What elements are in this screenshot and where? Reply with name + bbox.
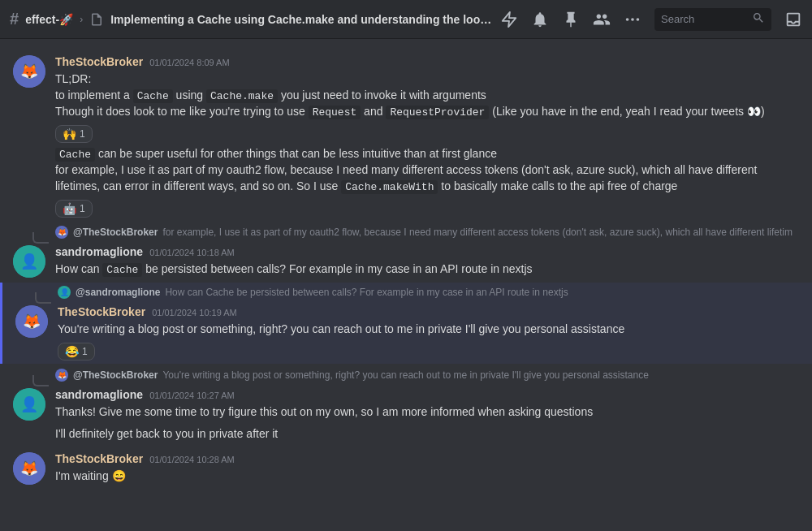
message-header: TheStockBroker 01/01/2024 8:09 AM: [55, 55, 799, 68]
inbox-icon[interactable]: [784, 11, 802, 28]
reaction-emoji: 🤖: [63, 202, 76, 215]
search-bar[interactable]: Search: [654, 8, 771, 31]
reactions-row: 🙌 1: [55, 120, 799, 143]
reply-avatar: 👤: [58, 286, 71, 299]
reply-preview: 🦊 @TheStockBroker You're writing a blog …: [55, 369, 799, 383]
more-icon[interactable]: [624, 11, 641, 28]
message-group: 👤 sandromaglione 01/01/2024 10:18 AM How…: [0, 244, 812, 281]
username[interactable]: sandromaglione: [55, 388, 143, 401]
message-text: TL;DR:: [55, 71, 799, 88]
username[interactable]: sandromaglione: [55, 245, 143, 258]
reply-username: @TheStockBroker: [73, 369, 158, 381]
svg-text:👤: 👤: [20, 395, 39, 413]
timestamp: 01/01/2024 10:19 AM: [152, 308, 237, 317]
boost-icon[interactable]: [500, 11, 518, 28]
message-group: 🦊 TheStockBroker 01/01/2024 8:09 AM TL;D…: [0, 52, 812, 221]
svg-marker-0: [503, 11, 516, 26]
topbar-channel-title: Implementing a Cache using Cache.make an…: [110, 13, 494, 26]
message-text: Cache can be super useful for other thin…: [55, 146, 799, 162]
reply-thread-highlighted: 👤 @sandromaglione How can Cache be persi…: [0, 283, 812, 304]
reactions-row: 😂 1: [58, 338, 799, 360]
avatar: 👤: [13, 388, 45, 421]
svg-text:🦊: 🦊: [20, 460, 39, 477]
reply-line-container: [15, 286, 58, 304]
members-icon[interactable]: [593, 11, 611, 28]
message-group: 🦊 TheStockBroker 01/01/2024 10:28 AM I'm…: [0, 449, 812, 488]
username[interactable]: TheStockBroker: [55, 452, 143, 465]
reply-line-container: [13, 226, 55, 244]
message-text: You're writing a blog post or something,…: [58, 322, 799, 338]
reply-thread: 🦊 @TheStockBroker for example, I use it …: [0, 222, 812, 244]
pin-icon[interactable]: [562, 11, 580, 28]
reaction-count: 1: [80, 128, 85, 140]
topbar-hash: #: [10, 10, 19, 28]
reply-avatar: 🦊: [55, 369, 68, 382]
username[interactable]: TheStockBroker: [55, 55, 143, 68]
reply-corner: [32, 232, 49, 244]
bell-icon[interactable]: [531, 11, 549, 28]
avatar-image: 🦊: [15, 305, 48, 338]
reply-preview: 🦊 @TheStockBroker for example, I use it …: [55, 226, 799, 240]
reply-avatar: 🦊: [55, 226, 68, 239]
svg-text:🦊: 🦊: [23, 313, 41, 330]
message-header: sandromaglione 01/01/2024 10:18 AM: [55, 245, 799, 258]
reply-text: How can Cache be persisted between calls…: [165, 287, 568, 298]
svg-text:👤: 👤: [20, 253, 39, 270]
reply-corner: [32, 375, 49, 386]
topbar-server-name[interactable]: effect-🚀: [25, 13, 73, 26]
reaction-button[interactable]: 🤖 1: [55, 200, 93, 218]
svg-point-1: [626, 18, 629, 21]
topbar: # effect-🚀 › Implementing a Cache using …: [0, 0, 812, 39]
message-content: TheStockBroker 01/01/2024 10:28 AM I'm w…: [55, 452, 799, 485]
reply-text: You're writing a blog post or something,…: [162, 369, 648, 381]
message-content: TheStockBroker 01/01/2024 8:09 AM TL;DR:…: [55, 55, 799, 218]
reply-thread: 🦊 @TheStockBroker You're writing a blog …: [0, 365, 812, 386]
reply-preview: 👤 @sandromaglione How can Cache be persi…: [58, 286, 799, 300]
topbar-chevron: ›: [80, 14, 83, 25]
timestamp: 01/01/2024 10:18 AM: [149, 248, 235, 257]
avatar: 🦊: [13, 452, 45, 485]
reaction-count: 1: [82, 346, 88, 357]
reaction-emoji: 🙌: [63, 127, 76, 140]
avatar-image: 🦊: [13, 452, 45, 485]
reply-corner: [35, 292, 51, 304]
document-icon: [89, 12, 104, 27]
reaction-button[interactable]: 😂 1: [58, 343, 95, 360]
search-placeholder: Search: [661, 13, 694, 25]
avatar-image: 👤: [13, 245, 45, 278]
reaction-count: 1: [80, 203, 85, 214]
timestamp: 01/01/2024 10:27 AM: [149, 391, 235, 400]
message-text: I'm waiting 😄: [55, 468, 799, 485]
message-group: 👤 sandromaglione 01/01/2024 10:27 AM Tha…: [0, 386, 812, 446]
avatar: 👤: [13, 245, 45, 278]
avatar-image: 🦊: [13, 55, 45, 88]
reply-text: for example, I use it as part of my oaut…: [162, 227, 793, 238]
message-header: TheStockBroker 01/01/2024 10:19 AM: [58, 305, 799, 318]
avatar-image: 👤: [13, 388, 45, 421]
timestamp: 01/01/2024 8:09 AM: [149, 58, 229, 67]
reaction-button[interactable]: 🙌 1: [55, 125, 93, 143]
svg-point-2: [631, 18, 634, 21]
avatar: 🦊: [13, 55, 45, 88]
username[interactable]: TheStockBroker: [58, 305, 145, 318]
message-header: sandromaglione 01/01/2024 10:27 AM: [55, 388, 799, 401]
message-content: TheStockBroker 01/01/2024 10:19 AM You'r…: [58, 305, 799, 360]
reaction-emoji: 😂: [65, 345, 79, 358]
message-text: to implement a Cache using Cache.make yo…: [55, 88, 799, 104]
reply-username: @sandromaglione: [76, 287, 160, 298]
svg-text:🦊: 🦊: [20, 63, 39, 80]
avatar: 🦊: [15, 305, 48, 338]
message-text: Thanks! Give me some time to try figure …: [55, 404, 799, 421]
timestamp: 01/01/2024 10:28 AM: [149, 455, 235, 464]
message-text: Though it does look to me like you're tr…: [55, 104, 799, 120]
svg-point-3: [637, 18, 640, 21]
reply-line-container: [13, 369, 55, 386]
topbar-channel-icon: [89, 12, 104, 27]
topbar-actions: Search: [500, 8, 802, 31]
search-icon: [752, 11, 765, 27]
reactions-row: 🤖 1: [55, 195, 799, 218]
message-text: How can Cache be persisted between calls…: [55, 261, 799, 278]
message-text: for example, I use it as part of my oaut…: [55, 162, 799, 195]
message-group-highlighted: 🦊 TheStockBroker 01/01/2024 10:19 AM You…: [0, 304, 812, 364]
message-content: sandromaglione 01/01/2024 10:27 AM Thank…: [55, 388, 799, 442]
